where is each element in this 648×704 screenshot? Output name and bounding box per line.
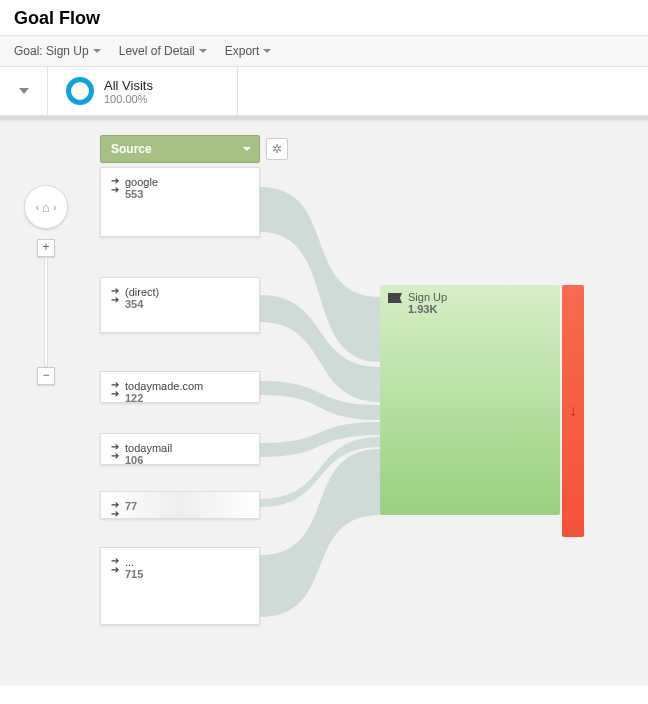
detail-selector-label: Level of Detail bbox=[119, 44, 195, 58]
chevron-left-icon: ‹ bbox=[35, 201, 39, 213]
zoom-out-button[interactable]: − bbox=[37, 367, 55, 385]
pan-home-control[interactable]: ‹ ⌂ › bbox=[24, 185, 68, 229]
zoom-in-button[interactable]: + bbox=[37, 239, 55, 257]
flag-icon bbox=[388, 293, 402, 303]
dropoff-bar[interactable]: ↓ bbox=[562, 285, 584, 537]
node-value: 553 bbox=[111, 188, 249, 200]
source-node-todaymail[interactable]: ➔➔ todaymail 106 bbox=[100, 433, 260, 465]
toolbar: Goal: Sign Up Level of Detail Export bbox=[0, 35, 648, 67]
chevron-down-icon bbox=[93, 49, 101, 53]
segment-bar: All Visits 100.00% bbox=[0, 67, 648, 116]
chevron-right-icon: › bbox=[53, 201, 57, 213]
dimension-selector-label: Source bbox=[111, 142, 152, 156]
arrow-right-icon: ➔➔ bbox=[111, 500, 119, 518]
node-value: 354 bbox=[111, 298, 249, 310]
export-menu[interactable]: Export bbox=[225, 44, 272, 58]
node-name: todaymade.com bbox=[111, 380, 249, 392]
arrow-right-icon: ➔➔ bbox=[111, 442, 119, 460]
donut-icon bbox=[66, 77, 94, 105]
export-menu-label: Export bbox=[225, 44, 260, 58]
arrow-right-icon: ➔➔ bbox=[111, 176, 119, 194]
node-name: google bbox=[111, 176, 249, 188]
chevron-down-icon bbox=[243, 147, 251, 151]
chevron-down-icon bbox=[19, 88, 29, 94]
node-value: 77 bbox=[111, 500, 249, 512]
node-value: 106 bbox=[111, 454, 249, 466]
dimension-selector[interactable]: Source bbox=[100, 135, 260, 163]
source-node-direct[interactable]: ➔➔ (direct) 354 bbox=[100, 277, 260, 333]
segment-toggle[interactable] bbox=[0, 67, 48, 115]
chevron-down-icon bbox=[199, 49, 207, 53]
home-icon: ⌂ bbox=[42, 200, 50, 215]
segment-all-visits[interactable]: All Visits 100.00% bbox=[48, 67, 238, 115]
goal-name: Sign Up bbox=[408, 291, 447, 303]
goal-selector-label: Goal: Sign Up bbox=[14, 44, 89, 58]
segment-percent: 100.00% bbox=[104, 93, 153, 105]
segment-text: All Visits 100.00% bbox=[104, 78, 153, 105]
page-title: Goal Flow bbox=[0, 0, 648, 35]
arrow-right-icon: ➔➔ bbox=[111, 286, 119, 304]
node-value: 715 bbox=[111, 568, 249, 580]
arrow-right-icon: ➔➔ bbox=[111, 556, 119, 574]
gear-icon: ✲ bbox=[272, 142, 282, 156]
goal-value: 1.93K bbox=[408, 303, 447, 315]
source-node-todaymade[interactable]: ➔➔ todaymade.com 122 bbox=[100, 371, 260, 403]
zoom-control: + − bbox=[39, 239, 53, 385]
arrow-right-icon: ➔➔ bbox=[111, 380, 119, 398]
node-value: 122 bbox=[111, 392, 249, 404]
detail-selector[interactable]: Level of Detail bbox=[119, 44, 207, 58]
arrow-down-icon: ↓ bbox=[569, 402, 577, 420]
segment-name: All Visits bbox=[104, 78, 153, 93]
node-name: (direct) bbox=[111, 286, 249, 298]
source-node-other[interactable]: ➔➔ ... 715 bbox=[100, 547, 260, 625]
node-name: ... bbox=[111, 556, 249, 568]
source-node-redacted[interactable]: ➔➔ 77 bbox=[100, 491, 260, 519]
source-node-google[interactable]: ➔➔ google 553 bbox=[100, 167, 260, 237]
zoom-track[interactable] bbox=[44, 257, 48, 367]
flow-canvas[interactable]: Source ✲ ‹ ⌂ › + − ➔➔ google 553 ➔➔ (dir… bbox=[0, 116, 648, 686]
node-name: todaymail bbox=[111, 442, 249, 454]
goal-selector[interactable]: Goal: Sign Up bbox=[14, 44, 101, 58]
chevron-down-icon bbox=[263, 49, 271, 53]
settings-button[interactable]: ✲ bbox=[266, 138, 288, 160]
goal-step-node[interactable]: Sign Up 1.93K bbox=[380, 285, 560, 515]
